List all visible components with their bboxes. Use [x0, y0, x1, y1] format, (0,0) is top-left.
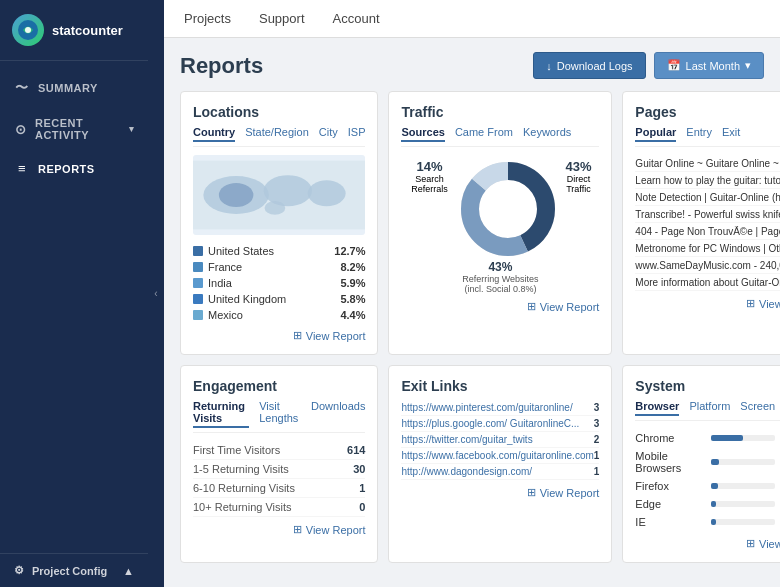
pages-row: Note Detection | Guitar-Online (https:..…	[635, 189, 780, 206]
pages-row: 404 - Page Non TrouvÃ©e | Page Not ...31	[635, 223, 780, 240]
pages-row: www.SameDayMusic.com - 240,000+ it...14	[635, 257, 780, 274]
system-tab-platform[interactable]: Platform	[689, 400, 730, 416]
engagement-row: 6-10 Returning Visits 1	[193, 479, 365, 498]
exit-links-list: https://www.pinterest.com/guitaronline/ …	[401, 400, 599, 480]
system-tab-screen[interactable]: Screen	[740, 400, 775, 416]
pages-row: Learn how to play the guitar: tutorial..…	[635, 172, 780, 189]
exit-row: https://www.pinterest.com/guitaronline/ …	[401, 400, 599, 416]
header-actions: ↓ Download Logs 📅 Last Month ▾	[533, 52, 764, 79]
report-icon6: ⊞	[746, 537, 755, 550]
sidebar-item-summary-label: Summary	[38, 82, 98, 94]
main-area: Projects Support Account Reports ↓ Downl…	[164, 0, 780, 587]
chevron-down-icon: ▾	[129, 124, 135, 134]
period-chevron-icon: ▾	[745, 59, 751, 72]
calendar-icon: 📅	[667, 59, 681, 72]
svg-point-12	[484, 185, 532, 233]
project-config-icon: ⚙	[14, 564, 24, 577]
pages-row: Transcribe! - Powerful swiss knife for .…	[635, 206, 780, 223]
system-row: Firefox 9.9%	[635, 477, 780, 495]
pages-tab-popular[interactable]: Popular	[635, 126, 676, 142]
svg-point-7	[265, 201, 286, 215]
traffic-card: Traffic Sources Came From Keywords 14% S…	[388, 91, 612, 355]
pages-row: Guitar Online ~ Guitare Online ~ Guit...…	[635, 155, 780, 172]
sidebar-item-recent-activity[interactable]: ⊙ Recent Activity ▾	[0, 107, 148, 151]
exit-row: https://plus.google.com/ GuitaronlineC..…	[401, 416, 599, 432]
pages-title: Pages	[635, 104, 780, 120]
engagement-title: Engagement	[193, 378, 365, 394]
nav-items: 〜 Summary ⊙ Recent Activity ▾ ≡ Reports	[0, 61, 148, 553]
exit-row: https://twitter.com/guitar_twits 2	[401, 432, 599, 448]
system-tabs: Browser Platform Screen Os	[635, 400, 780, 421]
exit-links-title: Exit Links	[401, 378, 599, 394]
country-row: United Kingdom 5.8%	[193, 291, 365, 307]
engagement-tab-downloads[interactable]: Downloads	[311, 400, 365, 428]
engagement-row: 10+ Returning Visits 0	[193, 498, 365, 517]
pages-row: More information about Guitar-Online...1…	[635, 274, 780, 291]
logo-text: statcounter	[52, 23, 123, 38]
country-row: India 5.9%	[193, 275, 365, 291]
pages-tab-entry[interactable]: Entry	[686, 126, 712, 142]
system-tab-browser[interactable]: Browser	[635, 400, 679, 416]
sidebar-item-reports[interactable]: ≡ Reports	[0, 151, 148, 186]
page-header: Reports ↓ Download Logs 📅 Last Month ▾	[180, 52, 764, 79]
topnav: Projects Support Account	[164, 0, 780, 38]
system-row: Edge 6.8%	[635, 495, 780, 513]
locations-view-report[interactable]: ⊞ View Report	[193, 329, 365, 342]
world-map	[193, 155, 365, 235]
download-logs-button[interactable]: ↓ Download Logs	[533, 52, 645, 79]
sidebar-item-reports-label: Reports	[38, 163, 95, 175]
pages-list: Guitar Online ~ Guitare Online ~ Guit...…	[635, 155, 780, 291]
sidebar-footer[interactable]: ⚙ Project Config ▲	[0, 553, 148, 587]
system-row: Chrome 49.6%	[635, 429, 780, 447]
locations-title: Locations	[193, 104, 365, 120]
locations-list: United States 12.7% France 8.2% India 5.…	[193, 243, 365, 323]
footer-chevron-icon: ▲	[123, 565, 134, 577]
pages-view-report[interactable]: ⊞ View Report	[635, 297, 780, 310]
logo-icon	[12, 14, 44, 46]
topnav-projects[interactable]: Projects	[180, 11, 235, 26]
traffic-direct-label: 43% Direct Traffic	[558, 159, 600, 262]
report-icon5: ⊞	[527, 486, 536, 499]
system-row: IE 6.7%	[635, 513, 780, 531]
traffic-tab-sources[interactable]: Sources	[401, 126, 444, 142]
period-selector-button[interactable]: 📅 Last Month ▾	[654, 52, 764, 79]
traffic-tab-keywords[interactable]: Keywords	[523, 126, 571, 142]
topnav-account[interactable]: Account	[329, 11, 384, 26]
traffic-tab-camefrom[interactable]: Came From	[455, 126, 513, 142]
traffic-tabs: Sources Came From Keywords	[401, 126, 599, 147]
locations-tab-city[interactable]: City	[319, 126, 338, 142]
content-area: Reports ↓ Download Logs 📅 Last Month ▾ L…	[164, 38, 780, 587]
exit-links-view-report[interactable]: ⊞ View Report	[401, 486, 599, 499]
traffic-view-report[interactable]: ⊞ View Report	[401, 300, 599, 313]
svg-point-6	[308, 180, 346, 206]
locations-tab-country[interactable]: Country	[193, 126, 235, 142]
country-row: Mexico 4.4%	[193, 307, 365, 323]
system-view-report[interactable]: ⊞ View Report	[635, 537, 780, 550]
traffic-donut-area: 14% Search Referrals	[401, 155, 599, 264]
report-icon3: ⊞	[746, 297, 755, 310]
locations-card: Locations Country State/Region City ISP	[180, 91, 378, 355]
activity-icon: ⊙	[14, 122, 27, 137]
download-icon: ↓	[546, 60, 552, 72]
sidebar-logo: statcounter	[0, 0, 148, 61]
locations-tab-isp[interactable]: ISP	[348, 126, 366, 142]
svg-point-5	[264, 175, 312, 206]
engagement-tab-lengths[interactable]: Visit Lengths	[259, 400, 301, 428]
page-title: Reports	[180, 53, 263, 79]
sidebar-item-summary[interactable]: 〜 Summary	[0, 69, 148, 107]
engagement-tab-returning[interactable]: Returning Visits	[193, 400, 249, 428]
topnav-support[interactable]: Support	[255, 11, 309, 26]
sidebar-collapse-button[interactable]: ‹	[148, 0, 164, 587]
country-row: United States 12.7%	[193, 243, 365, 259]
country-row: France 8.2%	[193, 259, 365, 275]
locations-tab-state[interactable]: State/Region	[245, 126, 309, 142]
sidebar-item-recent-label: Recent Activity	[35, 117, 121, 141]
traffic-referring-label: 43% Referring Websites (incl. Social 0.8…	[401, 260, 599, 294]
pages-tab-exit[interactable]: Exit	[722, 126, 740, 142]
engagement-view-report[interactable]: ⊞ View Report	[193, 523, 365, 536]
engagement-row: 1-5 Returning Visits 30	[193, 460, 365, 479]
locations-tabs: Country State/Region City ISP	[193, 126, 365, 147]
report-icon: ⊞	[293, 329, 302, 342]
exit-row: https://www.facebook.com/guitaronline.co…	[401, 448, 599, 464]
engagement-row: First Time Visitors 614	[193, 441, 365, 460]
